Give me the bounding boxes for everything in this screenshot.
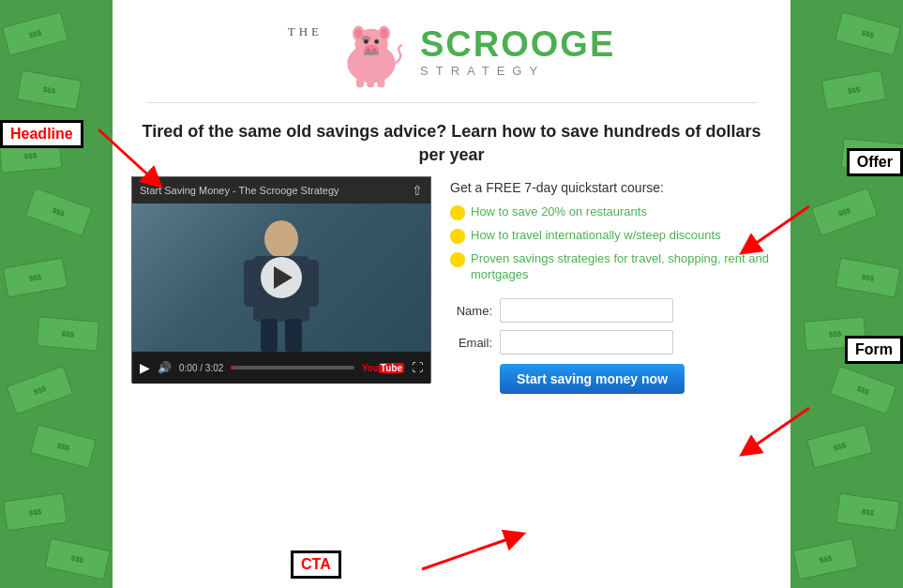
offer-form-column: Get a FREE 7-day quickstart course: How … <box>450 176 772 588</box>
play-pause-button[interactable]: ▶ <box>140 360 150 375</box>
progress-bar[interactable] <box>231 366 354 369</box>
email-field-row: Email: <box>450 330 772 354</box>
logo-name-block: SCROOGE STRATEGY <box>420 26 615 78</box>
video-player: Start Saving Money - The Scrooge Strateg… <box>131 176 431 383</box>
two-column-layout: Start Saving Money - The Scrooge Strateg… <box>113 176 790 588</box>
money-bill: $$$ <box>792 538 858 580</box>
signup-form: Name: Email: Start saving money now <box>450 298 772 394</box>
logo-strategy-text: STRATEGY <box>420 64 545 78</box>
money-bill: $$$ <box>44 538 110 580</box>
video-time: 0:00 / 3:02 <box>179 363 223 373</box>
page-headline: Tired of the same old savings advice? Le… <box>113 107 790 176</box>
cta-button[interactable]: Start saving money now <box>500 364 685 394</box>
svg-rect-20 <box>261 319 278 352</box>
money-bill: $$$ <box>6 366 73 415</box>
header-divider <box>146 102 757 103</box>
benefit-item-1: How to save 20% on restaurants <box>450 204 772 220</box>
svg-rect-21 <box>285 319 302 352</box>
annotation-offer-text: Offer <box>857 154 893 170</box>
money-bill: $$$ <box>3 493 68 532</box>
logo-area: THE <box>113 0 790 98</box>
name-input[interactable] <box>500 298 673 323</box>
money-bill: $$$ <box>835 11 901 56</box>
svg-rect-13 <box>377 79 384 88</box>
benefit-icon-2 <box>450 229 465 244</box>
video-topbar: Start Saving Money - The Scrooge Strateg… <box>132 177 430 204</box>
benefits-list: How to save 20% on restaurants How to tr… <box>450 204 772 283</box>
money-bill: $$$ <box>37 316 100 352</box>
video-column: Start Saving Money - The Scrooge Strateg… <box>131 176 431 588</box>
benefit-text-1: How to save 20% on restaurants <box>471 204 647 220</box>
fullscreen-icon[interactable]: ⛶ <box>412 361 423 374</box>
annotation-cta-text: CTA <box>301 556 331 572</box>
svg-rect-19 <box>302 260 319 307</box>
annotation-form-text: Form <box>855 341 893 357</box>
annotation-headline: Headline <box>0 120 83 148</box>
svg-point-3 <box>354 28 362 38</box>
money-bill: $$$ <box>17 70 83 111</box>
annotation-cta: CTA <box>291 550 341 579</box>
svg-point-5 <box>381 28 388 38</box>
money-bill: $$$ <box>30 424 97 469</box>
name-label: Name: <box>450 304 492 318</box>
benefit-icon-1 <box>450 205 465 220</box>
name-field-row: Name: <box>450 298 772 323</box>
main-content-area: THE <box>113 0 790 588</box>
email-label: Email: <box>450 336 492 350</box>
annotation-form: Form <box>845 336 903 364</box>
svg-point-10 <box>373 49 376 52</box>
logo-the-text: THE <box>288 24 323 39</box>
progress-fill <box>231 366 233 369</box>
svg-rect-11 <box>356 79 364 88</box>
svg-rect-18 <box>244 260 261 307</box>
money-bill: $$$ <box>835 258 901 298</box>
money-bill: $$$ <box>835 493 900 532</box>
benefit-icon-3 <box>450 252 465 267</box>
share-icon[interactable]: ⇧ <box>412 183 423 198</box>
svg-rect-12 <box>367 79 374 88</box>
benefit-item-3: Proven savings strategies for travel, sh… <box>450 251 772 283</box>
money-bill: $$$ <box>829 366 896 415</box>
svg-point-7 <box>374 39 379 44</box>
benefit-text-2: How to travel internationally w/steep di… <box>471 228 721 244</box>
video-thumbnail <box>132 204 430 352</box>
money-bill: $$$ <box>24 188 92 236</box>
svg-point-15 <box>362 36 371 41</box>
annotation-headline-text: Headline <box>10 126 73 142</box>
video-title: Start Saving Money - The Scrooge Strateg… <box>140 185 339 196</box>
youtube-logo: YouTube <box>362 363 404 373</box>
offer-title: Get a FREE 7-day quickstart course: <box>450 180 772 195</box>
money-bill: $$$ <box>806 424 873 469</box>
logo-scrooge-text: SCROOGE <box>420 26 615 62</box>
benefit-text-3: Proven savings strategies for travel, sh… <box>471 251 772 283</box>
svg-point-9 <box>367 49 369 52</box>
email-input[interactable] <box>500 330 673 354</box>
pig-logo <box>334 17 409 87</box>
money-bill: $$$ <box>2 11 68 56</box>
benefit-item-2: How to travel internationally w/steep di… <box>450 228 772 244</box>
play-triangle-icon <box>274 266 293 289</box>
money-bill: $$$ <box>821 70 887 111</box>
money-bill: $$$ <box>810 188 878 236</box>
video-controls: ▶ 🔊 0:00 / 3:02 YouTube ⛶ <box>132 352 430 384</box>
annotation-offer: Offer <box>847 148 903 176</box>
svg-point-16 <box>264 220 298 258</box>
money-bill: $$$ <box>3 258 68 298</box>
svg-rect-14 <box>364 52 379 55</box>
volume-icon[interactable]: 🔊 <box>158 361 172 374</box>
